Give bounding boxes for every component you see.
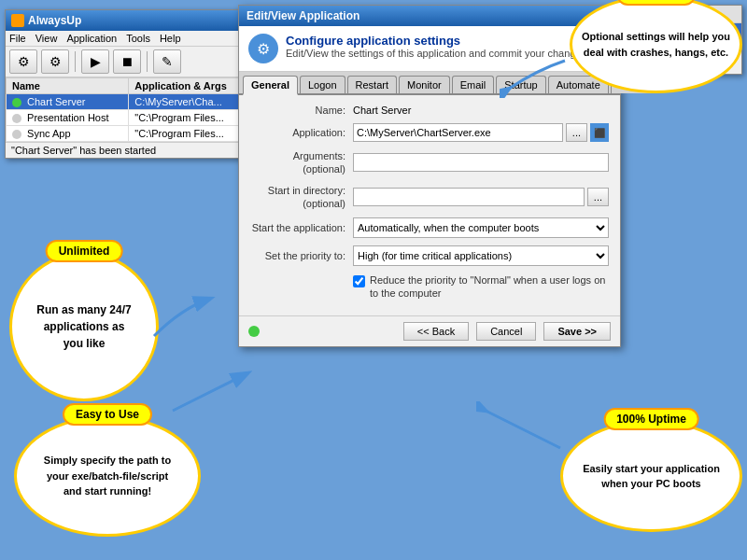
toolbar-btn-2[interactable]: ⚙ bbox=[41, 49, 69, 74]
arguments-row: Arguments:(optional) bbox=[250, 149, 609, 176]
dialog-title: Edit/View Application bbox=[247, 9, 359, 22]
uptime-arrow bbox=[476, 401, 570, 457]
app-toolbar: ⚙ ⚙ ▶ ⏹ ✎ bbox=[6, 47, 247, 77]
priority-label: Set the priority to: bbox=[250, 250, 353, 261]
startapp-row: Start the application: Automatically, wh… bbox=[250, 217, 609, 238]
startdir-row: Start in directory:(optional) ... bbox=[250, 184, 609, 211]
advanced-label: Advanced bbox=[616, 0, 696, 6]
status-indicator bbox=[248, 326, 260, 337]
table-row[interactable]: Chart Server C:\MyServer\Cha... bbox=[7, 94, 247, 110]
status-bar: "Chart Server" has been started bbox=[6, 142, 247, 158]
unlimited-arrow bbox=[145, 289, 219, 345]
startapp-select[interactable]: Automatically, when the computer boots bbox=[353, 217, 609, 238]
easy-body: Simply specify the path toyour exe/batch… bbox=[44, 453, 171, 499]
uptime-body: Easily start your applicationwhen your P… bbox=[583, 461, 720, 492]
back-button[interactable]: << Back bbox=[403, 322, 469, 341]
arguments-input[interactable] bbox=[353, 153, 609, 172]
toolbar-btn-1[interactable]: ⚙ bbox=[9, 49, 37, 74]
table-row[interactable]: Sync App "C:\Program Files... bbox=[7, 126, 247, 142]
dialog-content: Name: Chart Server Application: ... ⬛ Ar… bbox=[239, 95, 620, 315]
priority-select[interactable]: High (for time critical applications) bbox=[353, 245, 609, 266]
unlimited-callout: Unlimited Run as many 24/7applications a… bbox=[9, 252, 159, 401]
dialog-footer: << Back Cancel Save >> bbox=[239, 315, 620, 346]
status-dot-stopped bbox=[12, 114, 21, 123]
tab-monitor[interactable]: Monitor bbox=[399, 76, 450, 93]
tab-general[interactable]: General bbox=[243, 76, 298, 95]
advanced-body: Optional settings will help youdeal with… bbox=[582, 29, 730, 60]
toolbar-btn-3[interactable]: ▶ bbox=[81, 49, 109, 74]
name-value: Chart Server bbox=[353, 105, 411, 116]
arguments-label: Arguments:(optional) bbox=[250, 149, 353, 176]
checkbox-label: Reduce the priority to "Normal" when a u… bbox=[370, 273, 609, 301]
app-table: Name Application & Args Chart Server C:\… bbox=[6, 77, 247, 142]
toolbar-btn-5[interactable]: ✎ bbox=[153, 49, 181, 74]
startdir-input[interactable] bbox=[353, 188, 585, 206]
toolbar-sep-1 bbox=[75, 51, 76, 72]
advanced-arrow bbox=[500, 51, 574, 98]
application-row: Application: ... ⬛ bbox=[250, 123, 609, 142]
dialog-titlebar: Edit/View Application ✕ bbox=[239, 6, 620, 26]
main-app-window: AlwaysUp File View Application Tools Hel… bbox=[5, 9, 247, 159]
browse-button[interactable]: ... bbox=[566, 123, 587, 142]
table-row[interactable]: Presentation Host "C:\Program Files... bbox=[7, 110, 247, 126]
unlimited-body: Run as many 24/7applications asyou like bbox=[36, 301, 131, 352]
col-name: Name bbox=[7, 78, 129, 94]
cancel-button[interactable]: Cancel bbox=[476, 322, 536, 341]
row-path: C:\MyServer\Cha... bbox=[129, 94, 247, 110]
priority-row: Set the priority to: High (for time crit… bbox=[250, 245, 609, 266]
app-icon bbox=[11, 14, 24, 27]
menu-file[interactable]: File bbox=[9, 33, 26, 44]
menu-tools[interactable]: Tools bbox=[126, 33, 150, 44]
row-name: Chart Server bbox=[7, 94, 129, 110]
tab-email[interactable]: Email bbox=[452, 76, 495, 93]
app-titlebar: AlwaysUp bbox=[6, 10, 247, 31]
easy-callout: Easy to Use Simply specify the path toyo… bbox=[14, 415, 201, 537]
advanced-callout: Advanced Optional settings will help you… bbox=[570, 0, 742, 93]
app-menu: File View Application Tools Help bbox=[6, 31, 247, 47]
application-label: Application: bbox=[250, 127, 353, 138]
name-row: Name: Chart Server bbox=[250, 105, 609, 116]
toolbar-sep-2 bbox=[147, 51, 148, 72]
row-name: Sync App bbox=[7, 126, 129, 142]
unlimited-label: Unlimited bbox=[46, 240, 123, 262]
checkbox-row: Reduce the priority to "Normal" when a u… bbox=[353, 273, 609, 301]
tab-logon[interactable]: Logon bbox=[300, 76, 345, 93]
row-name: Presentation Host bbox=[7, 110, 129, 126]
row-path: "C:\Program Files... bbox=[129, 126, 247, 142]
uptime-callout: 100% Uptime Easily start your applicatio… bbox=[560, 420, 742, 532]
easy-label: Easy to Use bbox=[63, 403, 152, 426]
startdir-label: Start in directory:(optional) bbox=[250, 184, 353, 211]
tab-restart[interactable]: Restart bbox=[347, 76, 397, 93]
save-button[interactable]: Save >> bbox=[543, 322, 611, 341]
col-appargs: Application & Args bbox=[129, 78, 247, 94]
name-label: Name: bbox=[250, 105, 353, 116]
app-title: AlwaysUp bbox=[28, 14, 81, 27]
menu-help[interactable]: Help bbox=[160, 33, 181, 44]
dialog-header-title: Configure application settings bbox=[286, 34, 589, 48]
status-dot-running bbox=[12, 98, 21, 107]
status-dot-stopped bbox=[12, 130, 21, 139]
startapp-label: Start the application: bbox=[250, 222, 353, 233]
settings-icon: ⚙ bbox=[248, 34, 278, 63]
app-path-icon[interactable]: ⬛ bbox=[590, 123, 609, 142]
menu-application[interactable]: Application bbox=[66, 33, 117, 44]
toolbar-btn-4[interactable]: ⏹ bbox=[113, 49, 141, 74]
uptime-label: 100% Uptime bbox=[603, 408, 699, 430]
reduce-priority-checkbox[interactable] bbox=[353, 275, 365, 287]
application-input[interactable] bbox=[353, 123, 563, 142]
row-path: "C:\Program Files... bbox=[129, 110, 247, 126]
menu-view[interactable]: View bbox=[35, 33, 58, 44]
easy-arrow bbox=[163, 364, 257, 420]
startdir-browse-button[interactable]: ... bbox=[587, 188, 609, 206]
